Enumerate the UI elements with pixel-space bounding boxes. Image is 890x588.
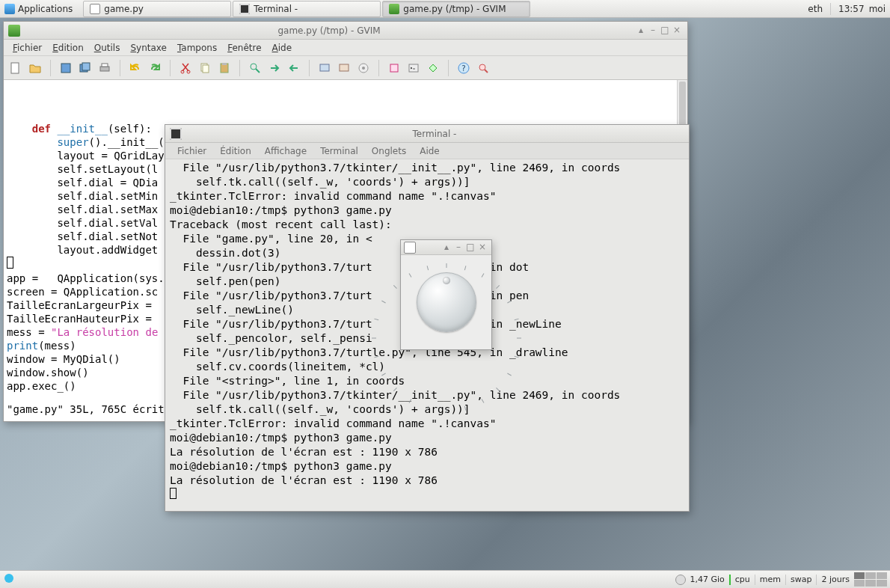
applications-icon [4,4,15,14]
search-help-icon[interactable] [474,59,492,77]
svg-rect-11 [222,63,227,65]
svg-text:?: ? [461,64,465,73]
print-icon[interactable] [96,59,114,77]
svg-point-16 [362,67,365,70]
gvim-toolbar: ? [4,56,687,80]
cursor [7,257,13,269]
minimize-button[interactable]: – [647,25,659,37]
task-list: game.pyTerminal -game.py (/tmp) - GVIM [83,1,803,17]
make-icon[interactable] [385,59,403,77]
terminal-titlebar[interactable]: Terminal - [165,125,689,143]
system-tray: eth 13:57 moi [803,3,890,15]
svg-point-12 [251,64,257,70]
task-button[interactable]: game.py (/tmp) - GVIM [382,1,530,17]
shell-icon[interactable] [405,59,423,77]
svg-rect-14 [340,64,349,71]
svg-rect-9 [203,65,209,73]
mem-label: mem [760,575,781,584]
find-next-icon[interactable] [266,59,283,77]
svg-rect-17 [390,64,398,72]
vim-icon [389,4,399,14]
menu-onglets[interactable]: Onglets [366,144,412,158]
task-label: game.py [104,4,144,14]
svg-rect-13 [320,64,329,71]
maximize-button[interactable]: □ [464,242,476,254]
task-button[interactable]: Terminal - [233,1,381,17]
menu-fichier[interactable]: Fichier [8,41,46,55]
menu-outils[interactable]: Outils [90,41,125,55]
open-file-icon[interactable] [26,59,44,77]
disk-icon [675,575,686,585]
terminal-app-icon [170,128,182,140]
svg-rect-18 [409,64,418,72]
gvim-titlebar[interactable]: game.py (/tmp) - GVIM ▴ – □ × [4,22,687,40]
menu-aide[interactable]: Aide [268,41,297,55]
redo-icon[interactable] [146,59,164,77]
user-label: moi [869,4,886,14]
applications-label: Applications [18,4,73,14]
close-button[interactable]: × [671,25,683,37]
task-button[interactable]: game.py [83,1,231,17]
cut-icon[interactable] [177,59,194,77]
paste-icon[interactable] [215,59,233,77]
bottom-panel: 1,47 Gio cpu mem swap 2 jours [0,570,890,588]
save-icon[interactable] [57,59,75,77]
help-icon[interactable]: ? [455,59,473,77]
gvim-menubar: FichierEditionOutilsSyntaxeTamponsFenêtr… [4,40,687,56]
disk-usage-label: 1,47 Gio [690,575,725,584]
applications-menu[interactable]: Applications [0,4,77,14]
qdial-indicator-icon [443,277,450,284]
find-prev-icon[interactable] [285,59,303,77]
menu-fenêtre[interactable]: Fenêtre [223,41,266,55]
clock[interactable]: 13:57 [838,4,865,14]
qdial-window: ▴ – □ × [400,239,492,350]
svg-rect-5 [102,64,108,67]
cpu-label: cpu [735,575,750,584]
shade-button[interactable]: ▴ [441,242,452,254]
svg-rect-0 [11,63,19,73]
menu-fichier[interactable]: Fichier [171,144,212,158]
task-label: game.py (/tmp) - GVIM [403,4,506,14]
menu-terminal[interactable]: Terminal [314,144,364,158]
copy-icon[interactable] [196,59,214,77]
saveall-icon[interactable] [76,59,94,77]
show-desktop-button[interactable] [3,572,15,587]
menu-aide[interactable]: Aide [414,144,446,158]
tags-icon[interactable] [424,59,442,77]
netif-label: eth [808,4,823,14]
shade-button[interactable]: ▴ [635,25,647,37]
swap-label: swap [791,575,811,584]
top-panel: Applications game.pyTerminal -game.py (/… [0,0,890,18]
session-load-icon[interactable] [316,59,334,77]
svg-rect-3 [82,63,90,70]
menu-édition[interactable]: Édition [214,144,257,158]
workspace-pager[interactable] [854,572,887,587]
new-file-icon[interactable] [7,59,25,77]
session-save-icon[interactable] [335,59,353,77]
find-replace-icon[interactable] [246,59,264,77]
terminal-menubar: FichierÉditionAffichageTerminalOngletsAi… [165,143,689,159]
terminal-cursor [170,488,177,499]
svg-rect-4 [100,67,109,71]
term-icon [239,4,250,14]
uptime-label: 2 jours [821,575,850,584]
qdial-app-icon [404,242,416,254]
run-script-icon[interactable] [355,59,372,77]
gvim-app-icon [8,25,20,37]
undo-icon[interactable] [126,59,144,77]
gvim-status-file: "game.py" 35L, 765C écrit [7,403,165,415]
svg-rect-1 [61,64,70,73]
menu-syntaxe[interactable]: Syntaxe [126,41,171,55]
svg-point-21 [479,64,485,70]
menu-edition[interactable]: Edition [48,41,88,55]
close-button[interactable]: × [476,242,488,254]
minimize-button[interactable]: – [452,242,464,254]
menu-tampons[interactable]: Tampons [173,41,221,55]
gvim-title: game.py (/tmp) - GVIM [23,25,635,36]
menu-affichage[interactable]: Affichage [259,144,313,158]
qdial-knob[interactable] [411,266,482,338]
svg-point-22 [4,574,13,583]
task-label: Terminal - [254,4,298,14]
maximize-button[interactable]: □ [659,25,671,37]
qdial-titlebar[interactable]: ▴ – □ × [401,240,491,255]
